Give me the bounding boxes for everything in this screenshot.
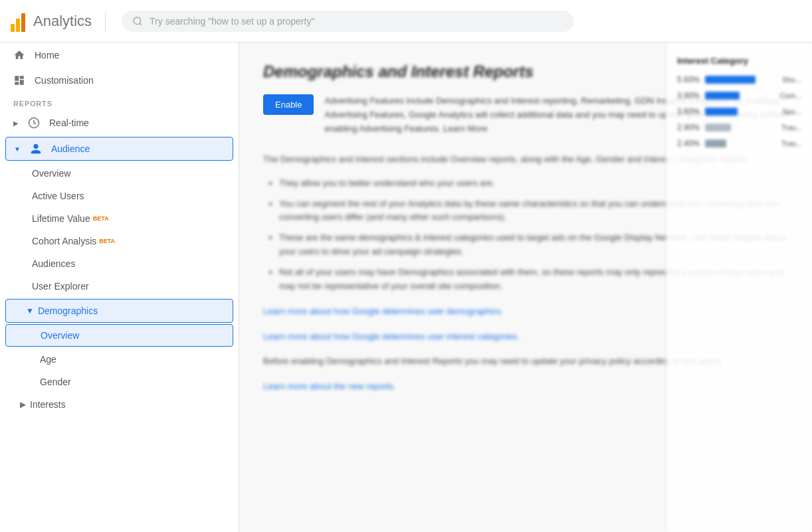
interest-bar-5 — [705, 139, 776, 147]
sidebar-item-audience[interactable]: ▼ Audience — [5, 137, 233, 161]
sidebar-sub-audiences[interactable]: Audiences — [0, 252, 239, 275]
customisation-icon — [13, 74, 25, 86]
audience-icon — [30, 143, 42, 155]
interest-bar-2 — [705, 92, 775, 100]
overview-label: Overview — [32, 168, 70, 179]
interest-pct-1: 5.60% — [677, 75, 700, 84]
audiences-label: Audiences — [32, 258, 75, 269]
sidebar-sub-demo-overview[interactable]: Overview — [5, 324, 233, 347]
lifetime-value-label: Lifetime Value — [32, 213, 90, 224]
interests-label: Interests — [30, 399, 66, 410]
sidebar-sub-user-explorer[interactable]: User Explorer — [0, 275, 239, 298]
cohort-analysis-beta: BETA — [99, 238, 115, 244]
svg-point-0 — [134, 17, 141, 25]
logo-bar-1 — [11, 24, 15, 32]
interest-row-1: 5.60% Sho... — [677, 75, 801, 84]
learn-more-link-1[interactable]: Learn more about how Google determines u… — [263, 306, 503, 316]
sidebar-sub-overview[interactable]: Overview — [0, 162, 239, 185]
interest-pct-3: 3.60% — [677, 107, 700, 116]
interest-pct-4: 2.90% — [677, 123, 700, 132]
sidebar-sub-lifetime-value[interactable]: Lifetime Value BETA — [0, 207, 239, 230]
interest-row-3: 3.60% Spo... — [677, 107, 801, 116]
logo-bar-2 — [16, 19, 20, 32]
learn-more-link-2[interactable]: Learn more about how Google determines u… — [263, 331, 520, 341]
realtime-icon — [28, 117, 40, 129]
home-label: Home — [35, 50, 59, 60]
active-users-label: Active Users — [32, 191, 84, 201]
interest-bar-3 — [705, 108, 777, 116]
expand-audience-icon: ▼ — [14, 145, 21, 153]
interest-pct-2: 3.90% — [677, 91, 700, 100]
logo-bar-3 — [21, 13, 25, 32]
sidebar-item-realtime[interactable]: ▶ Real-time — [0, 110, 239, 135]
home-icon — [13, 49, 25, 61]
search-bar[interactable]: Try searching "how to set up a property" — [122, 11, 573, 32]
sidebar-item-customisation[interactable]: Customisation — [0, 68, 239, 93]
expand-realtime-icon: ▶ — [13, 120, 19, 127]
interests-arrow-icon: ▶ — [20, 400, 26, 409]
analytics-logo — [11, 11, 25, 32]
search-area[interactable]: Try searching "how to set up a property" — [122, 11, 573, 32]
enable-button[interactable]: Enable — [263, 94, 314, 115]
svg-line-1 — [140, 23, 142, 25]
main-layout: Home Customisation REPORTS ▶ Real-time ▼… — [0, 43, 812, 532]
sidebar-sub-age[interactable]: Age — [0, 348, 239, 371]
reports-section-label: REPORTS — [0, 93, 239, 110]
header: Analytics Try searching "how to set up a… — [0, 0, 812, 43]
search-icon — [132, 16, 143, 27]
app-title: Analytics — [33, 13, 92, 30]
demo-overview-label: Overview — [41, 330, 79, 341]
lifetime-value-beta: BETA — [93, 215, 109, 222]
cohort-analysis-label: Cohort Analysis — [32, 236, 96, 246]
logo-area: Analytics — [11, 11, 106, 32]
interest-row-4: 2.90% Trav... — [677, 123, 801, 132]
content-area: Demographics and Interest Reports Enable… — [239, 43, 812, 532]
user-explorer-label: User Explorer — [32, 281, 89, 292]
learn-more-link-3[interactable]: Learn more about the new reports. — [263, 381, 395, 391]
sidebar-item-home[interactable]: Home — [0, 43, 239, 68]
demographics-arrow-icon: ▼ — [26, 306, 34, 315]
interest-bar-1 — [705, 76, 777, 84]
interest-label-3: Spo... — [782, 108, 801, 116]
interest-pct-5: 2.40% — [677, 139, 700, 148]
sidebar-sub-gender[interactable]: Gender — [0, 371, 239, 393]
gender-label: Gender — [40, 377, 71, 387]
interest-bar-4 — [705, 124, 776, 132]
interest-category-title: Interest Category — [677, 56, 801, 66]
sidebar-sub-active-users[interactable]: Active Users — [0, 185, 239, 207]
audience-label: Audience — [51, 143, 90, 154]
right-panel: Interest Category 5.60% Sho... 3.90% Com… — [666, 43, 812, 532]
interest-label-1: Sho... — [782, 76, 801, 84]
sidebar: Home Customisation REPORTS ▶ Real-time ▼… — [0, 43, 239, 532]
customisation-label: Customisation — [35, 75, 94, 86]
search-placeholder: Try searching "how to set up a property" — [150, 16, 314, 27]
demographics-label: Demographics — [38, 306, 98, 316]
interest-label-2: Com... — [780, 92, 801, 100]
interest-label-4: Trav... — [781, 124, 801, 132]
sidebar-item-demographics[interactable]: ▼ Demographics — [5, 299, 233, 323]
interest-label-5: Trav... — [781, 139, 801, 147]
age-label: Age — [40, 354, 56, 365]
interest-row-5: 2.40% Trav... — [677, 139, 801, 148]
interest-row-2: 3.90% Com... — [677, 91, 801, 100]
realtime-label: Real-time — [49, 118, 89, 128]
sidebar-item-interests[interactable]: ▶ Interests — [0, 393, 239, 416]
sidebar-sub-cohort-analysis[interactable]: Cohort Analysis BETA — [0, 230, 239, 252]
